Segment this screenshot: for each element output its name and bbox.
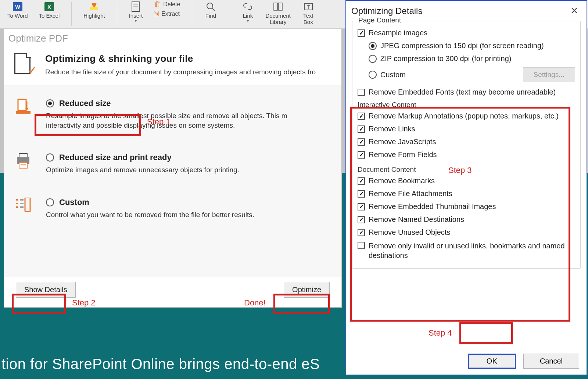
svg-rect-10 [274,3,277,10]
settings-button[interactable]: Settings... [523,67,576,82]
svg-rect-18 [19,162,27,168]
ribbon-to-excel[interactable]: X To Excel [39,0,60,28]
ribbon-label: Box [304,19,313,25]
checkbox-icon [358,203,365,210]
link-icon [241,1,254,13]
checkbox-label: Remove Embedded Fonts (text may become u… [369,88,556,96]
ribbon-to-word[interactable]: W To Word [7,0,28,28]
ribbon-delete[interactable]: 🗑Delete [154,0,180,8]
checkbox-remove-named-dest[interactable]: Remove Named Destinations [358,215,575,224]
checkbox-remove-markup[interactable]: Remove Markup Annotations (popup notes, … [358,112,575,120]
svg-rect-25 [16,206,18,208]
checkbox-remove-thumbnails[interactable]: Remove Embedded Thumbnail Images [358,202,575,211]
ribbon-label: Delete [163,1,180,8]
ribbon-label: Extract [161,11,180,17]
background-text: tion for SharePoint Online brings end-to… [1,356,320,372]
custom-list-icon [15,198,31,212]
radio-label: JPEG compression to 150 dpi (for screen … [380,42,544,50]
ribbon-label: To Word [7,13,28,19]
svg-rect-22 [20,199,24,201]
svg-rect-11 [279,3,282,10]
svg-rect-23 [16,203,18,204]
svg-rect-27 [25,198,30,212]
ribbon-extract[interactable]: ⇲Extract [154,10,180,18]
option-title: Custom [59,198,89,207]
checkbox-label: Remove Named Destinations [369,215,464,224]
group-page-content: Page Content Resample images JPEG compre… [352,21,581,269]
svg-rect-15 [16,111,31,114]
textbox-icon: T [302,1,315,13]
radio-print-ready[interactable] [46,153,54,162]
checkbox-remove-js[interactable]: Remove JavaScripts [358,138,575,146]
ribbon-highlight[interactable]: Highlight [83,0,105,28]
close-button[interactable]: ✕ [567,4,581,17]
checkbox-remove-forms[interactable]: Remove Form Fields [358,150,575,159]
option-title: Reduced size [59,99,111,108]
optimize-pdf-dialog: Optimize PDF ✓ Optimizing & shrinking yo… [4,29,342,308]
ribbon-find[interactable]: Find [204,0,217,28]
radio-jpeg-compression[interactable]: JPEG compression to 150 dpi (for screen … [369,42,575,50]
option-print-ready[interactable]: Reduced size and print ready Optimize im… [13,153,333,175]
ribbon-link[interactable]: Link ▼ [241,0,254,28]
checkbox-label: Remove only invalid or unused links, boo… [369,241,575,260]
radio-custom[interactable] [46,198,54,206]
highlight-icon [87,1,101,13]
checkbox-label: Resample images [369,29,427,37]
checkbox-remove-bookmarks[interactable]: Remove Bookmarks [358,177,575,185]
checkbox-icon [358,125,365,133]
ribbon-label: Link [243,13,253,19]
library-icon [272,1,285,13]
option-reduced-size[interactable]: Reduced size Resample images to the smal… [13,99,333,130]
excel-icon: X [43,1,56,13]
checkbox-icon [358,242,365,249]
ribbon-label: Highlight [83,13,105,19]
insert-page-icon [129,1,142,13]
printer-icon [15,153,31,170]
checkbox-label: Remove Unused Objects [369,228,450,237]
dialog-heading: Optimizing & shrinking your file [45,53,316,64]
ribbon-doc-library[interactable]: Document Library [265,0,290,28]
svg-rect-16 [19,153,27,157]
ribbon-insert[interactable]: Insert ▼ [129,0,143,28]
annotation-label-step3: Step 3 [448,166,472,175]
radio-zip-compression[interactable]: ZIP compression to 300 dpi (for printing… [369,54,575,63]
checkbox-remove-attachments[interactable]: Remove File Attachments [358,190,575,198]
checkbox-icon [358,177,365,185]
checkbox-remove-invalid[interactable]: Remove only invalid or unused links, boo… [358,241,575,260]
dialog-title: Optimizing Details [351,6,422,16]
checkbox-label: Remove Embedded Thumbnail Images [369,202,496,211]
svg-line-9 [212,8,215,11]
checkbox-remove-links[interactable]: Remove Links [358,125,575,133]
svg-point-8 [207,3,213,9]
svg-text:X: X [47,4,51,10]
ribbon-label: Text [303,13,313,19]
cancel-button[interactable]: Cancel [523,354,579,369]
checkbox-remove-fonts[interactable]: Remove Embedded Fonts (text may become u… [358,88,575,96]
ribbon-label: Find [205,13,216,19]
option-custom[interactable]: Custom Control what you want to be remov… [13,198,333,220]
annotation-label-done: Done! [244,298,266,308]
radio-label: ZIP compression to 300 dpi (for printing… [380,54,511,63]
radio-custom-compression[interactable]: Custom Settings... [369,67,575,82]
show-details-button[interactable]: Show Details [16,282,76,298]
checkbox-remove-unused[interactable]: Remove Unused Objects [358,228,575,237]
option-desc: Resample images to the smallest possible… [46,111,296,130]
svg-rect-24 [20,203,24,204]
ribbon-text-box[interactable]: T Text Box [302,0,315,28]
file-check-icon: ✓ [14,53,34,76]
reduced-size-icon [16,99,31,116]
dialog-subheading: Reduce the file size of your document by… [45,68,316,76]
checkbox-icon [358,89,365,96]
checkbox-icon [358,29,365,37]
optimize-button[interactable]: Optimize [284,282,330,298]
checkbox-resample-images[interactable]: Resample images [358,29,575,37]
svg-text:T: T [307,4,310,10]
ribbon-label: To Excel [39,13,60,19]
svg-rect-4 [90,7,98,10]
section-interactive-content: Interactive Content [358,101,575,109]
radio-reduced-size[interactable] [46,99,54,107]
trash-icon: 🗑 [154,0,161,8]
checkbox-label: Remove JavaScripts [369,138,436,146]
ok-button[interactable]: OK [468,354,516,369]
svg-text:W: W [15,4,20,10]
